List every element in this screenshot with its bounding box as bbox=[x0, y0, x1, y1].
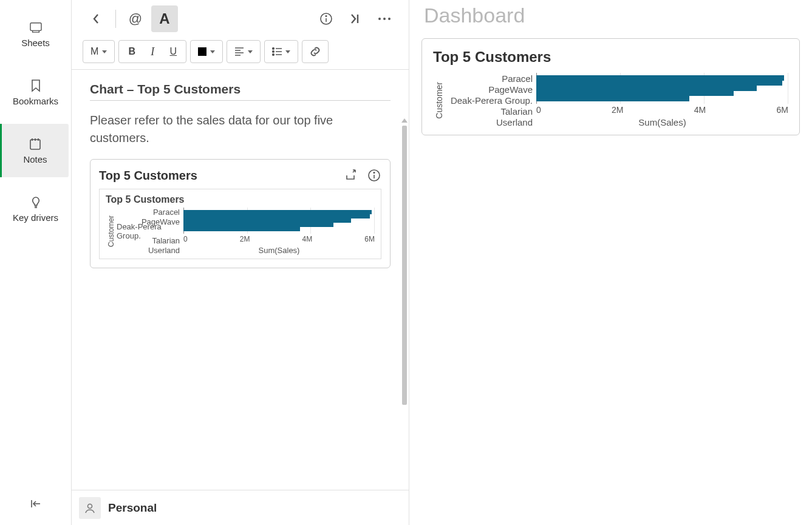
underline-button[interactable]: U bbox=[163, 41, 183, 62]
bar[interactable] bbox=[183, 214, 370, 218]
embedded-chart[interactable]: Top 5 Customers Customer ParacelPageWave… bbox=[99, 189, 381, 259]
go-to-end-button[interactable] bbox=[342, 5, 369, 32]
x-axis-ticks: 02M4M6M bbox=[536, 105, 788, 115]
collapse-sidebar-button[interactable] bbox=[26, 493, 46, 514]
bar[interactable] bbox=[183, 210, 372, 214]
link-button[interactable] bbox=[305, 41, 326, 62]
scrollbar-up-icon bbox=[401, 118, 408, 123]
toolbar-divider bbox=[115, 10, 116, 28]
note-document: Chart – Top 5 Customers Pleaser refer to… bbox=[72, 70, 409, 280]
editor-toolbar-format: M B I U bbox=[72, 38, 409, 69]
note-section-title: Chart – Top 5 Customers bbox=[90, 82, 391, 101]
category-label: Talarian bbox=[152, 236, 180, 246]
svg-rect-0 bbox=[30, 22, 41, 30]
note-editor-panel: @ A M B I U bbox=[72, 0, 409, 525]
note-body-text[interactable]: Pleaser refer to the sales data for our … bbox=[90, 112, 391, 147]
dashboard-title: Dashboard bbox=[421, 4, 800, 27]
chart-plot-area bbox=[536, 73, 788, 104]
y-axis-label: Customer bbox=[106, 215, 117, 247]
svg-point-5 bbox=[383, 18, 386, 20]
bar[interactable] bbox=[536, 96, 689, 101]
x-tick-label: 0 bbox=[536, 105, 541, 115]
sidebar-item-key-drivers[interactable]: Key drivers bbox=[2, 182, 69, 235]
notes-icon bbox=[29, 137, 42, 151]
bar[interactable] bbox=[536, 75, 784, 81]
italic-button[interactable]: I bbox=[142, 41, 163, 62]
key-drivers-icon bbox=[29, 195, 43, 209]
svg-point-6 bbox=[388, 18, 391, 20]
editor-toolbar-top: @ A bbox=[72, 0, 409, 38]
x-axis-label: Sum(Sales) bbox=[536, 117, 788, 127]
scrollbar-thumb[interactable] bbox=[402, 126, 407, 405]
bold-button[interactable]: B bbox=[121, 41, 142, 62]
category-label: Paracel bbox=[153, 208, 180, 217]
note-visibility-label: Personal bbox=[108, 501, 157, 515]
scrollbar[interactable] bbox=[401, 118, 408, 484]
svg-rect-1 bbox=[30, 140, 40, 149]
svg-point-8 bbox=[273, 51, 275, 53]
bar[interactable] bbox=[183, 227, 300, 231]
category-label: Userland bbox=[148, 245, 180, 255]
list-picker[interactable] bbox=[267, 41, 295, 62]
embedded-chart-card: Top 5 Customers Top 5 Customers Customer bbox=[90, 159, 391, 268]
bar[interactable] bbox=[183, 223, 333, 227]
sidebar-item-label: Notes bbox=[23, 154, 47, 164]
svg-point-12 bbox=[88, 504, 92, 508]
x-tick-label: 0 bbox=[183, 235, 188, 243]
info-icon[interactable] bbox=[367, 168, 381, 183]
bar[interactable] bbox=[536, 86, 757, 91]
category-label: Talarian bbox=[500, 106, 533, 117]
dashboard-chart-title: Top 5 Customers bbox=[433, 49, 788, 66]
x-axis-label: Sum(Sales) bbox=[183, 246, 375, 255]
embedded-chart-title: Top 5 Customers bbox=[99, 169, 197, 183]
category-label: Deak-Perera Group. bbox=[117, 226, 180, 236]
back-button[interactable] bbox=[83, 5, 109, 32]
category-label: Deak-Perera Group. bbox=[451, 95, 533, 106]
sidebar-item-label: Bookmarks bbox=[13, 96, 58, 106]
info-button[interactable] bbox=[313, 5, 339, 32]
sidebar-item-bookmarks[interactable]: Bookmarks bbox=[2, 66, 69, 119]
sidebar-item-label: Key drivers bbox=[13, 212, 58, 223]
text-format-button[interactable]: A bbox=[151, 5, 178, 32]
y-axis-categories: ParacelPageWaveDeak-Perera Group.Talaria… bbox=[445, 73, 536, 127]
sidebar-item-notes[interactable]: Notes bbox=[0, 124, 69, 177]
bar[interactable] bbox=[536, 81, 782, 86]
x-tick-label: 4M bbox=[694, 105, 706, 115]
color-swatch-icon bbox=[198, 47, 206, 56]
color-picker[interactable] bbox=[193, 41, 220, 62]
svg-point-9 bbox=[273, 54, 275, 56]
y-axis-categories: ParacelPageWaveDeak-Perera Group.Talaria… bbox=[117, 208, 183, 255]
bar[interactable] bbox=[183, 218, 351, 223]
x-tick-label: 2M bbox=[240, 235, 250, 243]
bookmark-icon bbox=[29, 79, 43, 92]
x-tick-label: 6M bbox=[777, 105, 788, 115]
category-label: Userland bbox=[496, 117, 533, 127]
more-options-button[interactable] bbox=[371, 5, 398, 32]
sidebar-item-sheets[interactable]: Sheets bbox=[2, 7, 69, 61]
dashboard-panel: Dashboard Top 5 Customers Customer Parac… bbox=[409, 0, 812, 525]
chart-plot-area bbox=[183, 208, 375, 234]
svg-point-7 bbox=[273, 48, 275, 50]
sidebar-item-label: Sheets bbox=[21, 38, 50, 48]
x-tick-label: 4M bbox=[302, 235, 313, 243]
left-sidebar: Sheets Bookmarks Notes Key drivers bbox=[0, 0, 72, 525]
x-axis-ticks: 02M4M6M bbox=[183, 235, 375, 243]
mention-button[interactable]: @ bbox=[122, 5, 149, 32]
share-icon[interactable] bbox=[344, 168, 358, 183]
x-tick-label: 2M bbox=[612, 105, 623, 115]
bar[interactable] bbox=[536, 91, 734, 97]
embedded-chart-inner-title: Top 5 Customers bbox=[106, 194, 375, 205]
svg-point-3 bbox=[326, 16, 327, 17]
avatar[interactable] bbox=[79, 497, 101, 519]
x-tick-label: 6M bbox=[364, 235, 375, 243]
align-picker[interactable] bbox=[230, 41, 258, 62]
svg-point-4 bbox=[378, 18, 381, 20]
category-label: PageWave bbox=[488, 84, 533, 95]
dashboard-chart[interactable]: Customer ParacelPageWaveDeak-Perera Grou… bbox=[433, 73, 788, 127]
sheets-icon bbox=[29, 21, 43, 34]
svg-point-11 bbox=[374, 172, 375, 174]
heading-style-select[interactable]: M bbox=[86, 41, 112, 62]
category-label: Paracel bbox=[502, 73, 533, 84]
note-footer: Personal bbox=[72, 490, 409, 525]
dashboard-chart-card: Top 5 Customers Customer ParacelPageWave… bbox=[421, 38, 800, 135]
